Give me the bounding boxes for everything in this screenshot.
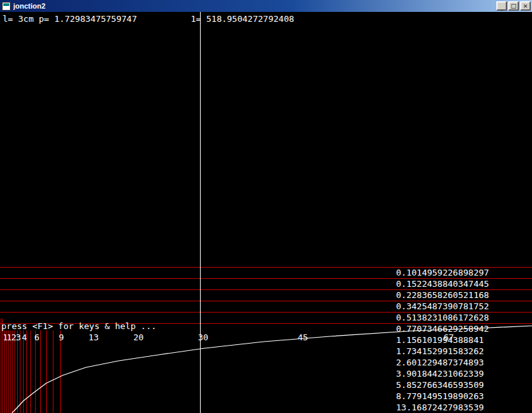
y-axis-value: 0.2283658260521168 [396,289,489,301]
y-axis-value: 1.734152991583262 [396,346,489,357]
app-icon-bar [3,3,9,6]
plot-canvas: l= 3cm p= 1.72983475759747 1= 518.950427… [0,12,532,413]
titlebar[interactable]: jonction2 _ □ × [0,0,532,12]
y-axis-value: 0.3425487390781752 [396,301,489,312]
x-tick-label: 4 [22,332,27,342]
y-axis-value: 3.901844231062339 [396,368,489,379]
x-tick-label: 3 [16,332,21,342]
close-button[interactable]: × [520,1,531,11]
y-axis-value: 8.779149519890263 [396,391,489,402]
readout-left: l= 3cm p= 1.72983475759747 [3,14,137,24]
y-axis-value: 2.601229487374893 [396,357,489,368]
y-axis-value: 13.16872427983539 [396,402,489,413]
readout-center: 1= 518.9504272792408 [191,14,294,24]
x-tick-label: 13 [88,332,99,342]
x-tick-label: 45 [298,332,308,342]
y-axis-value: 0.7707346629258942 [396,323,489,334]
y-axis-value: 0.5138231086172628 [396,312,489,323]
y-axis-value: 0.1522438840347445 [396,278,489,289]
maximize-glyph: □ [511,2,517,10]
y-axis-value: 1.156101994388841 [396,334,489,346]
app-icon [2,2,11,11]
minimize-glyph: _ [500,3,504,11]
y-axis-value: 0.1014959226898297 [396,267,489,278]
x-tick-label: 9 [59,332,64,342]
window-title: jonction2 [13,2,495,10]
y-axis-value: 5.852766346593509 [396,379,489,391]
y-axis-values: 0.1014959226898297 0.1522438840347445 0.… [396,267,489,413]
x-tick-label: 20 [133,332,144,342]
x-tick-label: 30 [198,332,209,342]
minimize-button[interactable]: _ [496,1,507,11]
help-text: press <F1> for keys & help ... [1,321,156,331]
maximize-button[interactable]: □ [508,1,519,11]
close-glyph: × [523,2,528,10]
x-tick-label: 6 [34,332,40,342]
app-window: jonction2 _ □ × [0,0,532,413]
